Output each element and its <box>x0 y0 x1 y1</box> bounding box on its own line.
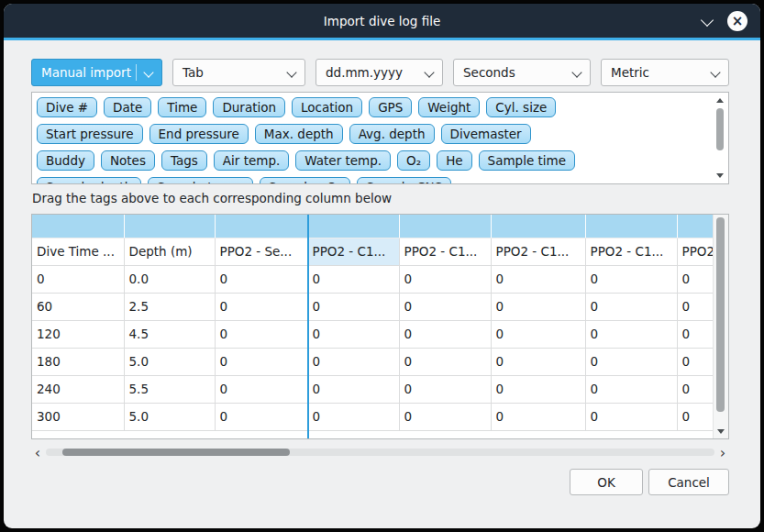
cell: 0 <box>677 265 714 293</box>
scrollbar-thumb[interactable] <box>62 449 290 456</box>
cell: 60 <box>32 293 124 320</box>
cell: 0 <box>307 320 399 348</box>
cell: 0 <box>491 403 585 430</box>
table-horizontal-scrollbar[interactable]: ‹ › <box>31 445 729 460</box>
table-vertical-scrollbar[interactable] <box>713 215 728 438</box>
field-tag[interactable]: Dive # <box>37 97 97 117</box>
scrollbar-thumb[interactable] <box>716 217 725 412</box>
column-header[interactable]: PPO2 - C1... <box>307 238 399 265</box>
field-tag[interactable]: Sample time <box>479 150 575 171</box>
cell: 180 <box>32 348 124 375</box>
import-preview-table: Dive Time ...Depth (m)PPO2 - Se...PPO2 -… <box>31 214 729 439</box>
drop-target-cell[interactable] <box>32 215 124 238</box>
tag-row: Start pressureEnd pressureMax. depthAvg.… <box>37 124 710 144</box>
duration-format-combobox[interactable]: Seconds <box>453 59 591 86</box>
date-format-combobox[interactable]: dd.mm.yyyy <box>316 59 443 86</box>
field-tag[interactable]: Sample pO₂ <box>260 177 351 183</box>
ok-button[interactable]: OK <box>570 469 643 495</box>
cell: 0 <box>677 375 714 403</box>
field-tag[interactable]: Buddy <box>37 150 94 171</box>
column-header[interactable]: PPO2 - Se... <box>215 238 307 265</box>
scroll-right-icon[interactable]: › <box>716 447 729 459</box>
field-tag[interactable]: Weight <box>418 97 480 117</box>
drop-target-cell[interactable] <box>585 215 677 238</box>
units-combobox[interactable]: Metric <box>601 59 729 86</box>
combobox-separator <box>136 64 137 81</box>
tag-palette-scrollbar[interactable] <box>714 94 726 183</box>
cell: 0 <box>307 403 399 430</box>
titlebar-menu-button[interactable] <box>701 15 714 28</box>
field-tag[interactable]: Time <box>158 97 206 117</box>
column-drop-indicator <box>307 215 309 438</box>
drop-target-cell[interactable] <box>491 215 585 238</box>
cell: 0 <box>215 403 307 430</box>
drop-target-cell[interactable] <box>215 215 307 238</box>
field-tag[interactable]: Max. depth <box>255 124 343 144</box>
table-row: 1204.5000000 <box>32 320 714 348</box>
cell: 0 <box>399 320 491 348</box>
tag-row: Sample depthSample temp.Sample pO₂Sample… <box>37 177 710 183</box>
cell: 0 <box>585 375 677 403</box>
combobox-value: Seconds <box>463 65 515 80</box>
column-header[interactable]: PPO2 - C1... <box>399 238 491 265</box>
cell: 0 <box>32 265 124 293</box>
chevron-down-icon <box>571 67 581 77</box>
cancel-button[interactable]: Cancel <box>648 469 729 495</box>
scroll-down-icon[interactable] <box>717 429 725 434</box>
drop-target-cell[interactable] <box>307 215 399 238</box>
column-header[interactable]: PPO2 - C1... <box>585 238 677 265</box>
field-separator-combobox[interactable]: Tab <box>172 59 305 86</box>
scroll-up-icon[interactable] <box>716 98 724 103</box>
field-tag[interactable]: Notes <box>101 150 155 171</box>
cell: 0 <box>677 293 714 320</box>
import-type-combobox[interactable]: Manual import <box>31 59 162 86</box>
field-tag[interactable]: Cyl. size <box>486 97 556 117</box>
cell: 0 <box>307 265 399 293</box>
field-tag[interactable]: Sample depth <box>37 177 141 183</box>
drop-target-cell[interactable] <box>124 215 215 238</box>
scroll-left-icon[interactable]: ‹ <box>31 447 44 459</box>
column-header[interactable]: Depth (m) <box>124 238 215 265</box>
field-tag[interactable]: Water temp. <box>295 150 391 171</box>
cell: 0 <box>491 320 585 348</box>
field-tag[interactable]: Sample CNS <box>357 177 451 183</box>
field-tag[interactable]: GPS <box>369 97 412 117</box>
table-row: 602.5000000 <box>32 293 714 320</box>
field-tag[interactable]: O₂ <box>397 150 430 171</box>
field-tag[interactable]: Location <box>292 97 362 117</box>
column-header[interactable]: PPO2 - C1... <box>491 238 585 265</box>
field-tag[interactable]: Tags <box>161 150 207 171</box>
column-header[interactable]: Dive Time ... <box>32 238 124 265</box>
field-tag[interactable]: Date <box>104 97 151 117</box>
cell: 0 <box>307 348 399 375</box>
cell: 0 <box>399 348 491 375</box>
field-tag[interactable]: Start pressure <box>37 124 143 144</box>
field-tag[interactable]: Duration <box>213 97 285 117</box>
cell: 0 <box>215 293 307 320</box>
field-tag[interactable]: Air temp. <box>214 150 289 171</box>
drop-target-cell[interactable] <box>399 215 491 238</box>
cell: 240 <box>32 375 124 403</box>
tag-row: Dive #DateTimeDurationLocationGPSWeightC… <box>37 97 710 117</box>
cell: 0 <box>491 265 585 293</box>
chevron-down-icon <box>424 67 434 77</box>
field-tag[interactable]: Divemaster <box>441 124 531 144</box>
drop-target-cell[interactable] <box>677 215 714 238</box>
chevron-down-icon <box>710 67 720 77</box>
cell: 0 <box>215 320 307 348</box>
cell: 300 <box>32 403 124 430</box>
close-button[interactable]: × <box>727 11 747 31</box>
titlebar[interactable]: Import dive log file × <box>4 4 760 38</box>
cell: 0 <box>585 348 677 375</box>
scrollbar-thumb[interactable] <box>716 108 724 150</box>
scroll-down-icon[interactable] <box>716 173 724 178</box>
scrollbar-track[interactable] <box>46 449 714 456</box>
field-tag[interactable]: He <box>437 150 471 171</box>
cell: 0 <box>585 403 677 430</box>
table-row: 3005.0000000 <box>32 403 714 430</box>
field-tag[interactable]: Avg. depth <box>349 124 435 144</box>
column-header[interactable]: PPO2 <box>677 238 714 265</box>
titlebar-accent-line <box>4 38 760 40</box>
field-tag[interactable]: End pressure <box>149 124 249 144</box>
field-tag[interactable]: Sample temp. <box>148 177 253 183</box>
